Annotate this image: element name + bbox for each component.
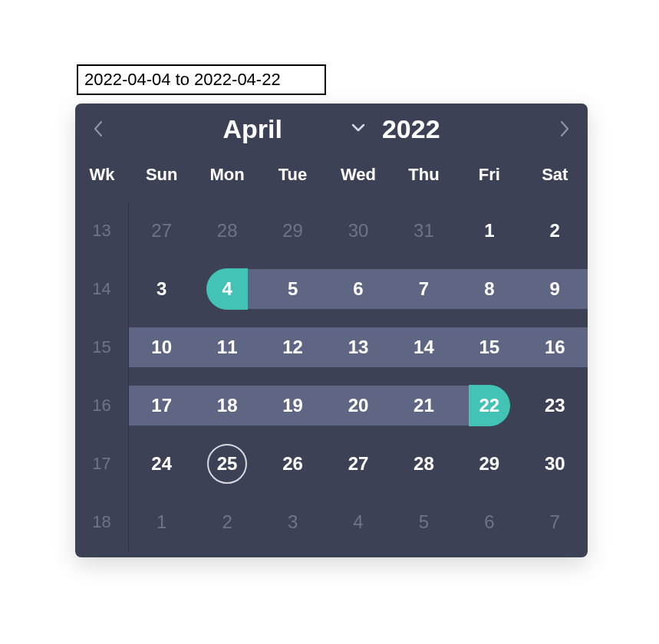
calendar-day-number: 30 [545,453,565,475]
calendar-day[interactable]: 30 [522,435,588,493]
calendar-day[interactable]: 7 [391,260,456,318]
calendar-day[interactable]: 16 [522,318,588,376]
month-label: April [222,114,282,144]
calendar-panel: April 2022 Wk Sun Mon Tue Wed Thu Fri Sa… [75,104,588,557]
calendar-day[interactable]: 5 [260,260,325,318]
calendar-day[interactable]: 8 [456,260,522,318]
calendar-day[interactable]: 25 [194,435,259,493]
calendar-day-number: 25 [207,444,247,484]
calendar-day-number: 26 [282,453,303,475]
calendar-day-number: 7 [550,511,560,533]
calendar-day[interactable]: 28 [391,435,456,493]
calendar-day[interactable]: 19 [260,376,325,435]
week-number: 16 [75,376,129,435]
calendar-day[interactable]: 12 [260,318,325,376]
calendar-day-number: 5 [288,278,298,300]
calendar-day-number: 10 [151,337,172,358]
calendar-day-number: 12 [282,337,303,358]
calendar-day-number: 21 [414,395,434,416]
calendar-day-number: 30 [348,220,369,242]
calendar-day[interactable]: 2 [522,202,588,260]
calendar-day-number: 3 [157,278,166,300]
next-month-button[interactable] [555,120,574,137]
calendar-day-number: 2 [550,220,560,242]
calendar-day[interactable]: 13 [325,318,390,376]
calendar-day-number: 14 [414,337,434,358]
calendar-header: April 2022 [75,104,588,154]
calendar-day-number: 18 [217,395,238,416]
calendar-day[interactable]: 27 [129,202,194,260]
calendar-day[interactable]: 21 [391,376,456,435]
month-select[interactable]: April [222,114,364,144]
calendar-day-number: 9 [550,278,560,300]
calendar-day[interactable]: 9 [522,260,588,318]
chevron-left-icon [93,120,104,137]
calendar-day-number: 24 [151,453,172,475]
weekday-header-sun: Sun [129,154,194,202]
calendar-day-number: 6 [353,278,363,300]
calendar-day[interactable]: 28 [194,202,259,260]
calendar-day-number: 29 [479,453,500,475]
weekday-header-tue: Tue [260,154,325,202]
calendar-day[interactable]: 4 [194,260,259,318]
calendar-day-number: 28 [217,220,238,242]
calendar-day[interactable]: 29 [456,435,522,493]
calendar-day-number: 7 [419,278,429,300]
chevron-right-icon [559,120,570,137]
calendar-day[interactable]: 6 [325,260,390,318]
calendar-day-number: 8 [484,278,494,300]
week-number: 18 [75,493,129,551]
calendar-day[interactable]: 20 [325,376,390,435]
week-number: 17 [75,435,129,493]
week-column-header: Wk [75,154,129,202]
calendar-day[interactable]: 18 [194,376,259,435]
calendar-day-number: 28 [414,453,434,475]
year-select[interactable]: 2022 [382,114,440,144]
calendar-day[interactable]: 6 [456,493,522,551]
calendar-day[interactable]: 22 [456,376,522,435]
calendar-day-number: 23 [545,395,565,416]
calendar-day[interactable]: 31 [391,202,456,260]
calendar-day-number: 19 [282,395,303,416]
calendar-day[interactable]: 23 [522,376,588,435]
calendar-day[interactable]: 10 [129,318,194,376]
calendar-day-number: 29 [282,220,303,242]
week-number: 15 [75,318,129,376]
calendar-day-number: 13 [348,337,369,358]
calendar-day[interactable]: 15 [456,318,522,376]
calendar-day[interactable]: 3 [260,493,325,551]
calendar-day-number: 31 [414,220,434,242]
calendar-day[interactable]: 29 [260,202,325,260]
calendar-day[interactable]: 30 [325,202,390,260]
calendar-day-number: 5 [419,511,429,533]
weekday-header-thu: Thu [391,154,456,202]
calendar-day-number: 11 [217,337,238,358]
calendar-day-number: 1 [157,511,166,533]
calendar-grid: Wk Sun Mon Tue Wed Thu Fri Sat 132728293… [75,154,588,551]
calendar-day[interactable]: 14 [391,318,456,376]
calendar-day-number: 1 [484,220,494,242]
calendar-day[interactable]: 26 [260,435,325,493]
calendar-day[interactable]: 24 [129,435,194,493]
calendar-day[interactable]: 11 [194,318,259,376]
chevron-down-icon [351,122,365,136]
calendar-day-number: 20 [348,395,369,416]
calendar-day[interactable]: 7 [522,493,588,551]
calendar-day[interactable]: 3 [129,260,194,318]
weekday-header-mon: Mon [194,154,259,202]
calendar-day-number: 22 [469,385,510,426]
calendar-day[interactable]: 4 [325,493,390,551]
calendar-day-number: 3 [288,511,298,533]
calendar-day[interactable]: 27 [325,435,390,493]
week-number: 13 [75,202,129,260]
calendar-day[interactable]: 1 [129,493,194,551]
prev-month-button[interactable] [89,120,107,137]
calendar-day-number: 17 [151,395,172,416]
calendar-day[interactable]: 5 [391,493,456,551]
calendar-day-number: 27 [151,220,172,242]
calendar-day-number: 4 [206,268,248,310]
calendar-day[interactable]: 2 [194,493,259,551]
calendar-day[interactable]: 1 [456,202,522,260]
date-range-input[interactable] [77,64,326,95]
calendar-day[interactable]: 17 [129,376,194,435]
